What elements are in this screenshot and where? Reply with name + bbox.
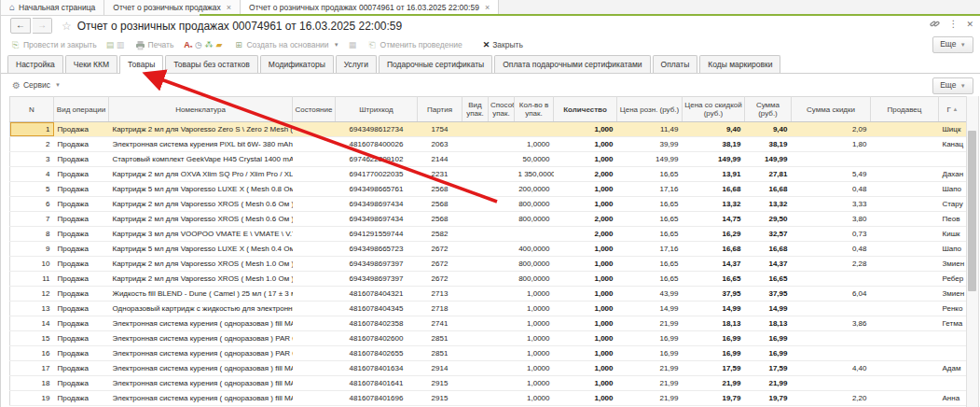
table-cell[interactable]: 6943498665723 (336, 242, 418, 257)
table-cell[interactable] (293, 182, 336, 197)
favorite-star-icon[interactable]: ☆ (62, 20, 72, 33)
table-cell[interactable]: 50,0000 (515, 152, 554, 167)
table-row[interactable]: 14ПродажаЭлектронная система курения ( о… (10, 316, 967, 331)
table-cell[interactable] (462, 391, 489, 406)
table-row[interactable]: 6ПродажаКартридж 2 мл для Vaporesso XROS… (10, 197, 967, 212)
table-cell[interactable]: Дахан (939, 167, 967, 182)
table-cell[interactable]: 8 (10, 227, 54, 242)
table-cell[interactable]: 16,68 (745, 182, 792, 197)
table-cell[interactable]: Картридж 2 мл для Vaporesso Zero S \ Zer… (109, 122, 293, 137)
table-cell[interactable] (871, 272, 939, 287)
table-cell[interactable]: 6 (10, 197, 54, 212)
table-cell[interactable]: 17,16 (617, 182, 683, 197)
table-cell[interactable]: 14,99 (745, 302, 792, 316)
table-cell[interactable]: 2568 (418, 197, 462, 212)
table-cell[interactable]: Шапо (939, 182, 967, 197)
table-cell[interactable]: Продажа (54, 346, 109, 361)
table-cell[interactable] (871, 346, 939, 361)
table-cell[interactable]: 6941291559744 (336, 227, 418, 242)
table-row[interactable]: 5ПродажаКартридж 5 мл для Vaporesso LUXE… (10, 182, 967, 197)
table-cell[interactable]: Продажа (54, 257, 109, 272)
table-cell[interactable] (293, 361, 336, 376)
table-cell[interactable]: 19,79 (683, 391, 745, 406)
table-cell[interactable]: 1,0000 (515, 391, 554, 406)
table-cell[interactable] (462, 361, 489, 376)
table-cell[interactable]: 2,28 (792, 257, 871, 272)
table-cell[interactable] (871, 331, 939, 346)
table-cell[interactable]: 16,99 (617, 346, 683, 361)
table-cell[interactable] (792, 302, 871, 316)
table-cell[interactable]: 1,000 (554, 391, 617, 406)
form-tab-оплата-подарочными-сертификатами[interactable]: Оплата подарочными сертификатами (494, 55, 650, 73)
forward-button[interactable]: → (33, 18, 52, 34)
table-cell[interactable] (489, 391, 515, 406)
table-cell[interactable]: 1,000 (554, 316, 617, 331)
table-cell[interactable]: 2718 (418, 302, 462, 316)
table-cell[interactable]: Продажа (54, 287, 109, 302)
form-tab-модификаторы[interactable]: Модификаторы (260, 55, 334, 73)
table-cell[interactable]: 21,99 (617, 361, 683, 376)
table-cell[interactable]: 7 (10, 212, 54, 227)
table-cell[interactable]: 6974622809102 (336, 152, 418, 167)
table-cell[interactable]: Одноразовый картридж с жидкостью для эле… (109, 302, 293, 316)
column-header[interactable]: Номенклатура (109, 97, 293, 122)
table-cell[interactable]: 16,68 (745, 242, 792, 257)
table-cell[interactable] (871, 122, 939, 137)
table-cell[interactable]: 6943498612734 (336, 122, 418, 137)
table-row[interactable]: 3ПродажаСтартовый комплект GeekVape H45 … (10, 152, 967, 167)
table-cell[interactable]: 18,13 (683, 316, 745, 331)
table-cell[interactable] (489, 122, 515, 137)
table-cell[interactable] (871, 257, 939, 272)
table-cell[interactable]: 1 (10, 122, 54, 137)
table-cell[interactable]: Стару (939, 197, 967, 212)
form-tab-товары-без-остатков[interactable]: Товары без остатков (165, 55, 257, 73)
table-cell[interactable]: Картридж 3 мл для VOOPOO VMATE E \ VMATE… (109, 227, 293, 242)
table-cell[interactable] (293, 152, 336, 167)
table-cell[interactable] (293, 197, 336, 212)
table-cell[interactable]: 13 (10, 302, 54, 316)
table-cell[interactable]: 16 (10, 346, 54, 361)
table-row[interactable]: 11ПродажаКартридж 2 мл для Vaporesso XRO… (10, 272, 967, 287)
table-cell[interactable]: 16,68 (683, 242, 745, 257)
table-cell[interactable]: 14 (10, 316, 54, 331)
post-and-close-button[interactable]: ⎘ Провести и закрыть (10, 40, 97, 50)
form-tab-услуги[interactable]: Услуги (336, 55, 377, 73)
table-row[interactable]: 19ПродажаЭлектронная система курения ( о… (10, 391, 967, 406)
table-cell[interactable]: 6943498697397 (336, 257, 418, 272)
table-cell[interactable]: 37,95 (745, 287, 792, 302)
table-cell[interactable] (939, 376, 967, 391)
table-cell[interactable]: 6941770022035 (336, 167, 418, 182)
table-cell[interactable] (489, 137, 515, 152)
table-cell[interactable]: 2568 (418, 182, 462, 197)
table-cell[interactable]: Электронная система курения PiXL bit 6W-… (109, 137, 293, 152)
table-cell[interactable]: 16,65 (617, 257, 683, 272)
table-cell[interactable]: 16,65 (617, 227, 683, 242)
table-cell[interactable]: 4816078402655 (336, 346, 418, 361)
table-cell[interactable] (293, 137, 336, 152)
table-cell[interactable] (293, 346, 336, 361)
column-header[interactable]: Вид упак. (462, 97, 489, 122)
table-cell[interactable] (293, 257, 336, 272)
table-cell[interactable]: 1,000 (554, 376, 617, 391)
table-cell[interactable] (489, 346, 515, 361)
table-cell[interactable]: Шапо (939, 242, 967, 257)
table-cell[interactable]: 1,000 (554, 272, 617, 287)
table-row[interactable]: 16ПродажаЭлектронная система курения ( о… (10, 346, 967, 361)
column-header[interactable]: Цена розн. (руб.) (617, 97, 683, 122)
table-cell[interactable]: Кишк (939, 227, 967, 242)
form-tab-коды-маркировки[interactable]: Коды маркировки (699, 55, 780, 73)
form-tab-товары[interactable]: Товары (119, 55, 163, 74)
browser-tab-home[interactable]: ⌂ Начальная страница (1, 0, 104, 15)
table-cell[interactable] (462, 137, 489, 152)
table-cell[interactable]: 16,99 (745, 331, 792, 346)
table-cell[interactable]: 5,49 (792, 167, 871, 182)
table-cell[interactable]: 4816078400026 (336, 137, 418, 152)
table-cell[interactable]: 200,0000 (515, 182, 554, 197)
table-cell[interactable] (489, 331, 515, 346)
create-based-button[interactable]: ⊞ Создать на основании▼ (233, 40, 338, 50)
table-cell[interactable]: Картридж 2 мл для Vaporesso XROS ( Mesh … (109, 272, 293, 287)
table-cell[interactable]: 6943498697434 (336, 212, 418, 227)
table-cell[interactable] (792, 152, 871, 167)
table-cell[interactable]: 1,000 (554, 361, 617, 376)
structure-icon[interactable]: ⁂ (203, 40, 214, 50)
